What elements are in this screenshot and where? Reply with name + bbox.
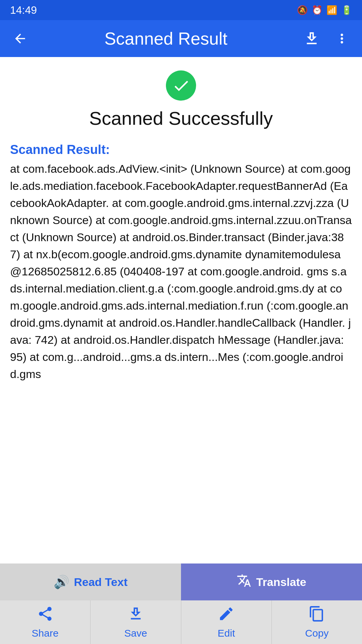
success-section: Scanned Successfully [10, 70, 352, 129]
save-button[interactable]: Save [90, 600, 181, 644]
translate-label: Translate [256, 576, 306, 589]
read-text-label: Read Text [74, 576, 128, 589]
bottom-action-bar: Share Save Edit Copy [0, 600, 362, 644]
share-label: Share [32, 628, 59, 639]
app-bar: Scanned Result [0, 20, 362, 57]
back-button[interactable] [10, 29, 30, 49]
main-content: Scanned Successfully Scanned Result: at … [0, 57, 362, 600]
success-title: Scanned Successfully [89, 107, 273, 129]
status-icons: 🔕 ⏰ 📶 🔋 [297, 5, 352, 15]
translate-button[interactable]: Translate [181, 564, 362, 600]
share-icon [37, 605, 54, 626]
copy-button[interactable]: Copy [272, 600, 362, 644]
copy-icon [308, 605, 325, 626]
scanned-result-text: at com.facebook.ads.AdView.<init> (Unkno… [10, 160, 352, 383]
read-text-icon: 🔊 [54, 575, 69, 589]
signal-icon: 📶 [326, 5, 337, 15]
page-title: Scanned Result [40, 29, 292, 49]
more-options-button[interactable] [332, 29, 352, 49]
success-icon [166, 70, 196, 101]
save-icon [127, 605, 144, 626]
battery-icon: 🔋 [341, 5, 352, 15]
alarm-icon: ⏰ [312, 5, 322, 15]
status-time: 14:49 [10, 4, 37, 16]
translate-icon [237, 573, 251, 591]
share-button[interactable]: Share [0, 600, 90, 644]
edit-button[interactable]: Edit [181, 600, 272, 644]
mute-icon: 🔕 [297, 5, 308, 15]
save-label: Save [124, 628, 147, 639]
read-text-button[interactable]: 🔊 Read Text [0, 564, 181, 600]
scanned-result-label: Scanned Result: [10, 143, 352, 157]
edit-label: Edit [218, 628, 235, 639]
save-to-device-button[interactable] [302, 29, 322, 49]
edit-icon [218, 605, 235, 626]
copy-label: Copy [305, 628, 328, 639]
floating-actions: 🔊 Read Text Translate [0, 564, 362, 600]
status-bar: 14:49 🔕 ⏰ 📶 🔋 [0, 0, 362, 20]
